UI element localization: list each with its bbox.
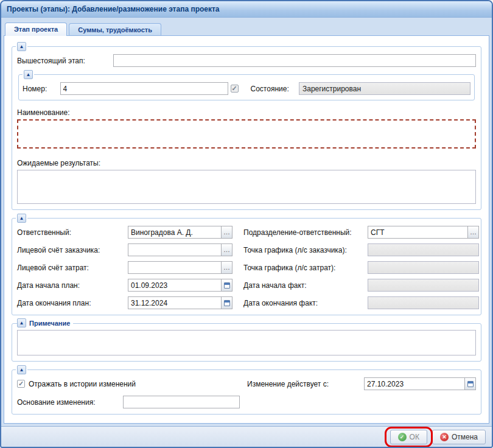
parent-stage-row: Вышестоящий этап: <box>17 54 476 67</box>
schedule-point-cost-label: Точка графика (л/с затрат): <box>233 264 368 272</box>
name-label-row: Наименование: <box>17 107 476 117</box>
responsible-label: Ответственный: <box>17 228 128 237</box>
ellipsis-icon: … <box>223 247 230 253</box>
tab-panel-project-stage: ▲ Вышестоящий этап: ▲ Номер: <box>4 35 489 424</box>
details-grid: Ответственный: … Подразделение-ответстве… <box>17 226 476 309</box>
start-date-fact-label: Дата начала факт: <box>233 281 368 290</box>
note-legend-label: Примечание <box>29 320 70 327</box>
fieldset-details: ▲ Ответственный: … Подразделение-ответст… <box>12 218 481 315</box>
customer-account-label: Лицевой счёт заказчика: <box>17 246 128 254</box>
note-textarea[interactable] <box>17 330 476 355</box>
start-date-fact-readonly <box>368 279 479 292</box>
fieldset-note: ▲ Примечание <box>12 323 481 362</box>
note-legend: ▲ Примечание <box>17 318 73 327</box>
expected-results-label: Ожидаемые результаты: <box>17 159 100 167</box>
collapse-icon[interactable]: ▲ <box>17 318 26 327</box>
parent-stage-label: Вышестоящий этап: <box>17 57 113 65</box>
check-icon: ✓ <box>18 380 24 387</box>
ok-button-label: ОК <box>410 433 419 441</box>
cancel-x-icon: ✕ <box>440 433 449 441</box>
customer-account-input[interactable] <box>128 243 222 256</box>
fieldset-main: ▲ Вышестоящий этап: ▲ Номер: <box>12 46 481 210</box>
history-row: ✓ Отражать в истории изменений Изменение… <box>17 377 476 390</box>
end-date-fact-readonly <box>368 296 479 309</box>
parent-stage-input[interactable] <box>113 54 476 67</box>
schedule-point-cost-readonly <box>368 261 479 274</box>
cancel-button[interactable]: ✕ Отмена <box>432 430 486 444</box>
fieldset-number-state: ▲ Номер: ✓ Состояние: Зарегистрирован <box>18 74 475 100</box>
end-date-fact-label: Дата окончания факт: <box>233 299 368 307</box>
tab-project-stage[interactable]: Этап проекта <box>5 23 67 36</box>
ok-button[interactable]: ✓ ОК <box>390 430 427 444</box>
start-date-plan-label: Дата начала план: <box>17 281 128 290</box>
change-reason-input[interactable] <box>123 396 240 408</box>
expected-results-textarea[interactable] <box>17 170 476 204</box>
name-textarea-invalid[interactable] <box>17 119 476 149</box>
ok-button-wrapper: ✓ ОК <box>390 430 427 444</box>
footer-toolbar: ✓ ОК ✕ Отмена <box>1 426 492 447</box>
fieldset-change-history: ▲ ✓ Отражать в истории изменений Изменен… <box>12 369 481 415</box>
start-date-plan-input[interactable] <box>128 279 222 292</box>
cost-account-lookup-button[interactable]: … <box>222 261 233 274</box>
number-input[interactable] <box>60 82 228 95</box>
end-date-plan-input[interactable] <box>128 296 222 309</box>
window-title: Проекты (этапы): Добавление/размножение … <box>7 5 220 13</box>
schedule-point-customer-label: Точка графика (л/с заказчика): <box>233 246 368 254</box>
tab-sums-labor[interactable]: Суммы, трудоёмкость <box>69 23 161 36</box>
collapse-icon[interactable]: ▲ <box>24 70 33 79</box>
history-checkbox-label: Отражать в истории изменений <box>29 380 136 388</box>
state-label: Состояние: <box>251 85 299 93</box>
change-effective-calendar-button[interactable] <box>465 377 476 390</box>
calendar-icon <box>224 282 230 289</box>
end-date-plan-label: Дата окончания план: <box>17 299 128 307</box>
collapse-icon[interactable]: ▲ <box>17 42 26 51</box>
end-date-plan-calendar-button[interactable] <box>222 296 233 309</box>
dialog-window: Проекты (этапы): Добавление/размножение … <box>0 0 493 448</box>
cost-account-input[interactable] <box>128 261 222 274</box>
customer-account-lookup-button[interactable]: … <box>222 243 233 256</box>
tab-strip: Этап проекта Суммы, трудоёмкость <box>4 20 489 35</box>
check-icon: ✓ <box>231 85 237 92</box>
window-body: Этап проекта Суммы, трудоёмкость ▲ Вышес… <box>1 18 492 426</box>
number-lock-checkbox[interactable]: ✓ <box>231 85 239 93</box>
calendar-icon <box>224 300 230 306</box>
change-reason-row: Основание изменения: <box>17 396 476 408</box>
change-effective-input[interactable] <box>364 377 465 390</box>
change-reason-label: Основание изменения: <box>17 398 123 407</box>
state-value-readonly: Зарегистрирован <box>299 82 470 95</box>
responsible-lookup-button[interactable]: … <box>222 226 233 239</box>
ellipsis-icon: … <box>223 229 230 236</box>
number-label: Номер: <box>23 85 60 93</box>
change-effective-label: Изменение действует с: <box>247 380 364 388</box>
department-label: Подразделение-ответственный: <box>233 228 368 237</box>
number-state-row: Номер: ✓ Состояние: Зарегистрирован <box>23 82 470 95</box>
department-input[interactable] <box>368 226 468 239</box>
ok-check-icon: ✓ <box>398 433 407 441</box>
responsible-input[interactable] <box>128 226 222 239</box>
collapse-icon[interactable]: ▲ <box>17 214 26 223</box>
window-titlebar[interactable]: Проекты (этапы): Добавление/размножение … <box>1 1 492 18</box>
schedule-point-customer-readonly <box>368 243 479 256</box>
start-date-plan-calendar-button[interactable] <box>222 279 233 292</box>
cost-account-label: Лицевой счёт затрат: <box>17 264 128 272</box>
ellipsis-icon: … <box>470 229 477 236</box>
tab-label: Суммы, трудоёмкость <box>78 26 152 33</box>
history-checkbox[interactable]: ✓ <box>17 380 25 388</box>
name-label: Наименование: <box>17 108 70 117</box>
department-lookup-button[interactable]: … <box>468 226 479 239</box>
ellipsis-icon: … <box>223 264 230 271</box>
expected-results-label-row: Ожидаемые результаты: <box>17 157 476 168</box>
calendar-icon <box>467 381 474 387</box>
collapse-icon[interactable]: ▲ <box>17 365 26 374</box>
tab-label: Этап проекта <box>14 26 58 33</box>
cancel-button-label: Отмена <box>452 433 478 441</box>
